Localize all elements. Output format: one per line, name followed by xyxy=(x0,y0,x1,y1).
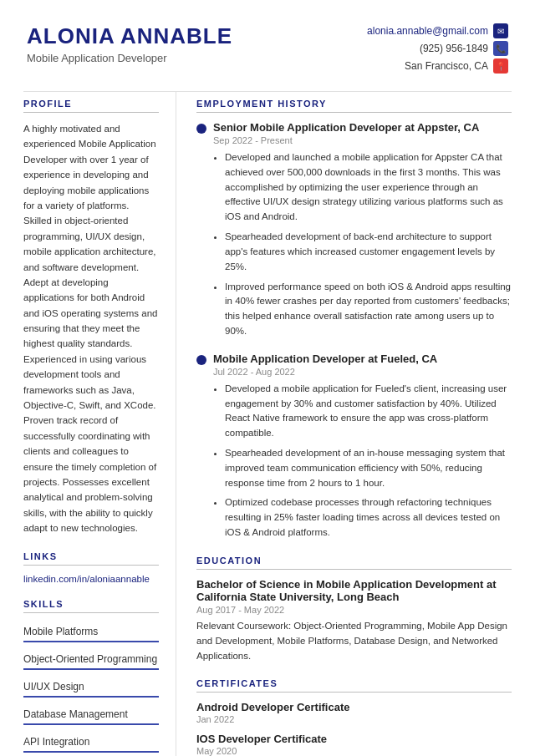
skill-item: Mobile Platforms xyxy=(23,622,159,642)
job-2-bullets: Developed a mobile application for Fuele… xyxy=(213,382,512,540)
job-2-bullet-2: Spearheaded development of an in-house m… xyxy=(225,446,512,490)
cert-1-date: Jan 2022 xyxy=(196,714,512,724)
candidate-title: Mobile Application Developer xyxy=(27,52,232,64)
phone-icon: 📞 xyxy=(493,41,508,56)
certificates-section-title: CERTIFICATES xyxy=(196,678,512,693)
email-icon: ✉ xyxy=(493,23,508,38)
location-row: San Francisco, CA 📍 xyxy=(367,58,508,74)
links-section-title: LINKS xyxy=(23,551,159,566)
education-section-title: EDUCATION xyxy=(196,556,512,570)
job-1-bullet-2: Spearheaded development of back-end arch… xyxy=(225,230,512,274)
job-2-dot xyxy=(196,355,206,365)
cert-1-name: Android Developer Certificate xyxy=(196,701,512,713)
cert-2: IOS Developer Certificate May 2020 xyxy=(196,733,512,756)
location-text: San Francisco, CA xyxy=(405,60,488,72)
job-1-bullet-1: Developed and launched a mobile applicat… xyxy=(225,150,512,225)
skill-item: Object-Oriented Programming xyxy=(23,649,159,670)
job-1-bullet-3: Improved performance speed on both iOS &… xyxy=(225,280,512,339)
cert-1: Android Developer Certificate Jan 2022 xyxy=(196,701,512,724)
right-column: EMPLOYMENT HISTORY Senior Mobile Applica… xyxy=(176,92,535,756)
employment-section-title: EMPLOYMENT HISTORY xyxy=(196,99,512,113)
email-row: alonia.annable@gmail.com ✉ xyxy=(367,23,508,38)
left-column: PROFILE A highly motivated and experienc… xyxy=(0,92,176,756)
job-1-bullets: Developed and launched a mobile applicat… xyxy=(213,150,512,339)
location-icon: 📍 xyxy=(493,58,508,74)
header-right: alonia.annable@gmail.com ✉ (925) 956-184… xyxy=(367,23,508,76)
cert-2-date: May 2020 xyxy=(196,746,512,756)
job-1-date: Sep 2022 - Present xyxy=(213,135,512,145)
cert-2-name: IOS Developer Certificate xyxy=(196,733,512,745)
phone-row: (925) 956-1849 📞 xyxy=(367,41,508,56)
header-left: ALONIA ANNABLE Mobile Application Develo… xyxy=(27,23,232,64)
job-2-bullet-1: Developed a mobile application for Fuele… xyxy=(225,382,512,441)
profile-section-title: PROFILE xyxy=(23,99,159,113)
resume-container: ALONIA ANNABLE Mobile Application Develo… xyxy=(0,0,535,756)
edu-degree: Bachelor of Science in Mobile Applicatio… xyxy=(196,578,512,603)
edu-date: Aug 2017 - May 2022 xyxy=(196,605,512,615)
job-2-date: Jul 2022 - Aug 2022 xyxy=(213,367,512,377)
skill-item: Database Management xyxy=(23,704,159,725)
linkedin-link[interactable]: linkedin.com/in/aloniaannable xyxy=(23,574,159,584)
main-content: PROFILE A highly motivated and experienc… xyxy=(0,92,535,756)
job-1-title: Senior Mobile Application Developer at A… xyxy=(213,121,479,134)
phone-text: (925) 956-1849 xyxy=(420,43,488,54)
job-2-header: Mobile Application Developer at Fueled, … xyxy=(196,353,512,365)
header: ALONIA ANNABLE Mobile Application Develo… xyxy=(0,0,535,91)
job-2: Mobile Application Developer at Fueled, … xyxy=(196,353,512,540)
skills-section-title: SKILLS xyxy=(23,599,159,613)
profile-text: A highly motivated and experienced Mobil… xyxy=(23,121,159,536)
job-1-header: Senior Mobile Application Developer at A… xyxy=(196,121,512,134)
skill-item: API Integration xyxy=(23,732,159,753)
candidate-name: ALONIA ANNABLE xyxy=(27,23,232,49)
job-2-title: Mobile Application Developer at Fueled, … xyxy=(213,353,437,365)
edu-desc: Relevant Coursework: Object-Oriented Pro… xyxy=(196,619,512,663)
job-2-bullet-3: Optimized codebase processes through ref… xyxy=(225,495,512,540)
job-1: Senior Mobile Application Developer at A… xyxy=(196,121,512,339)
email-link[interactable]: alonia.annable@gmail.com xyxy=(367,25,488,37)
skill-item: UI/UX Design xyxy=(23,677,159,698)
job-1-dot xyxy=(196,124,206,134)
